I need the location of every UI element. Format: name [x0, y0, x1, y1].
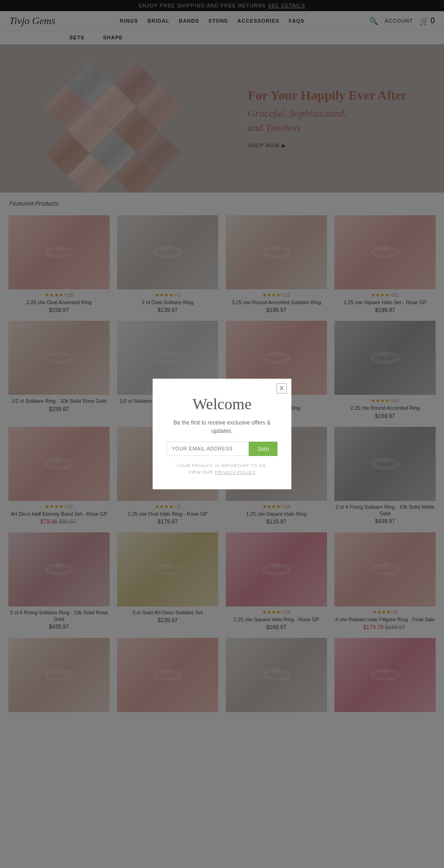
- modal-form: Join: [166, 442, 278, 456]
- modal-body: Be the first to receive exclusive offers…: [166, 418, 278, 435]
- modal-close-button[interactable]: X: [277, 383, 287, 393]
- privacy-policy-link[interactable]: PRIVACY POLICY: [215, 470, 255, 475]
- modal-privacy: YOUR PRIVACY IS IMPORTANT TO US. VIEW OU…: [166, 462, 278, 476]
- modal-title: Welcome: [166, 395, 278, 413]
- email-input[interactable]: [166, 442, 249, 456]
- modal: X Welcome Be the first to receive exclus…: [153, 379, 291, 490]
- modal-overlay[interactable]: X Welcome Be the first to receive exclus…: [0, 0, 444, 718]
- join-button[interactable]: Join: [249, 442, 278, 456]
